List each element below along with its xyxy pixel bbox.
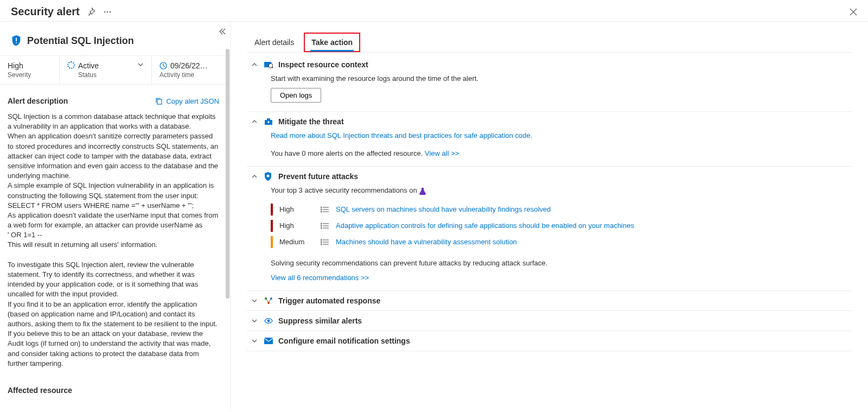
- recommendation-row: HighSQL servers on machines should have …: [271, 201, 847, 218]
- inspect-icon: [264, 61, 273, 68]
- section-suppress: Suppress similar alerts: [247, 311, 852, 331]
- svg-point-0: [104, 11, 105, 12]
- section-prevent-header[interactable]: Prevent future attacks: [247, 167, 852, 186]
- severity-label: High: [279, 205, 314, 213]
- list-icon: [321, 223, 329, 229]
- email-icon: [264, 338, 273, 344]
- page-header: Security alert: [0, 0, 868, 22]
- chevron-down-icon[interactable]: [137, 61, 144, 68]
- copy-alert-json-button[interactable]: Copy alert JSON: [155, 97, 219, 105]
- svg-point-20: [321, 244, 322, 245]
- tab-alert-details[interactable]: Alert details: [247, 33, 302, 52]
- severity-label: Severity: [8, 71, 52, 79]
- status-cell[interactable]: Active Status: [60, 56, 152, 84]
- recommendation-link[interactable]: Adaptive application controls for defini…: [336, 221, 634, 230]
- suppress-icon: [264, 318, 273, 324]
- section-inspect-header[interactable]: Inspect resource context: [247, 55, 852, 74]
- time-cell: 09/26/22… Activity time: [152, 56, 230, 84]
- svg-point-15: [321, 223, 322, 224]
- severity-bar: [271, 236, 273, 248]
- recommendation-link[interactable]: SQL servers on machines should have vuln…: [336, 205, 551, 213]
- prevent-footer-text: Solving security recommendations can pre…: [271, 259, 847, 267]
- list-icon: [321, 206, 329, 213]
- prevent-icon: [264, 172, 273, 181]
- tab-take-action[interactable]: Take action: [304, 33, 360, 52]
- section-email: Configure email notification settings: [247, 331, 852, 351]
- svg-point-16: [321, 225, 322, 226]
- mitigate-read-more-link[interactable]: Read more about SQL Injection threats an…: [271, 131, 532, 140]
- action-panel: Alert details Take action Inspect resour…: [231, 22, 868, 411]
- svg-rect-3: [16, 38, 17, 41]
- svg-point-18: [321, 239, 322, 240]
- status-spinner-icon: [67, 61, 75, 69]
- section-trigger: Trigger automated response: [247, 291, 852, 311]
- alert-title: Potential SQL Injection: [27, 35, 134, 47]
- more-icon[interactable]: [103, 8, 112, 16]
- prevent-view-all-link[interactable]: View all 6 recommendations >>: [271, 274, 369, 282]
- affected-resource-heading: Affected resource: [8, 386, 72, 395]
- inspect-text: Start with examining the resource logs a…: [271, 74, 847, 83]
- svg-point-11: [267, 175, 270, 178]
- svg-point-12: [321, 207, 322, 208]
- section-email-title: Configure email notification settings: [278, 337, 410, 345]
- alert-meta: High Severity Active Status: [0, 55, 230, 85]
- list-icon: [321, 239, 329, 245]
- section-mitigate-title: Mitigate the threat: [278, 117, 344, 126]
- svg-point-1: [107, 11, 108, 12]
- details-panel: Potential SQL Injection High Severity Ac…: [0, 22, 231, 411]
- section-suppress-title: Suppress similar alerts: [278, 316, 362, 325]
- open-logs-button[interactable]: Open logs: [271, 88, 321, 103]
- alert-description-text: SQL Injection is a common database attac…: [0, 109, 230, 374]
- tabs: Alert details Take action: [247, 33, 852, 53]
- section-mitigate-header[interactable]: Mitigate the threat: [247, 112, 852, 131]
- mitigate-view-all-link[interactable]: View all >>: [425, 149, 459, 157]
- chevron-up-icon: [251, 118, 259, 125]
- svg-point-13: [321, 209, 322, 210]
- shield-alert-icon: [11, 35, 22, 47]
- svg-rect-4: [16, 42, 17, 43]
- svg-point-23: [267, 302, 270, 304]
- prevent-intro-text: Your top 3 active security recommendatio…: [271, 186, 419, 194]
- section-inspect-title: Inspect resource context: [278, 60, 368, 69]
- severity-bar: [271, 204, 273, 215]
- chevron-down-icon: [251, 318, 259, 324]
- chevron-down-icon: [251, 338, 259, 344]
- mitigate-icon: [264, 118, 273, 125]
- svg-point-19: [321, 242, 322, 243]
- svg-point-2: [110, 11, 111, 12]
- status-value: Active: [78, 61, 99, 70]
- recommendation-row: MediumMachines should have a vulnerabili…: [271, 234, 847, 250]
- time-value: 09/26/22…: [170, 61, 208, 70]
- section-inspect: Inspect resource context Start with exam…: [247, 55, 852, 112]
- trigger-icon: [264, 297, 273, 305]
- severity-label: Medium: [279, 238, 314, 246]
- scrollbar[interactable]: [226, 49, 229, 299]
- svg-point-14: [321, 211, 322, 212]
- section-trigger-header[interactable]: Trigger automated response: [247, 291, 852, 310]
- collapse-panel-icon[interactable]: [218, 27, 227, 36]
- recommendation-row: HighAdaptive application controls for de…: [271, 218, 847, 234]
- chevron-up-icon: [251, 173, 259, 180]
- time-label: Activity time: [159, 71, 222, 79]
- severity-label: High: [279, 221, 314, 230]
- mitigate-more-alerts-text: You have 0 more alerts on the affected r…: [271, 149, 425, 157]
- section-email-header[interactable]: Configure email notification settings: [247, 331, 852, 351]
- section-trigger-title: Trigger automated response: [278, 296, 380, 305]
- svg-point-17: [321, 227, 322, 229]
- severity-cell: High Severity: [0, 56, 60, 84]
- status-label: Status: [78, 71, 134, 79]
- close-icon[interactable]: [850, 8, 857, 16]
- description-heading: Alert description: [8, 97, 68, 105]
- chevron-down-icon: [251, 297, 259, 304]
- section-suppress-header[interactable]: Suppress similar alerts: [247, 311, 852, 331]
- copy-icon: [155, 97, 163, 105]
- svg-rect-6: [157, 99, 162, 104]
- recommendation-link[interactable]: Machines should have a vulnerability ass…: [336, 238, 517, 246]
- svg-rect-10: [267, 118, 270, 121]
- clock-icon: [159, 62, 167, 69]
- section-prevent-title: Prevent future attacks: [278, 172, 358, 181]
- section-prevent: Prevent future attacks Your top 3 active…: [247, 167, 852, 291]
- chevron-up-icon: [251, 61, 259, 68]
- svg-point-24: [267, 320, 270, 322]
- pin-icon[interactable]: [87, 8, 95, 16]
